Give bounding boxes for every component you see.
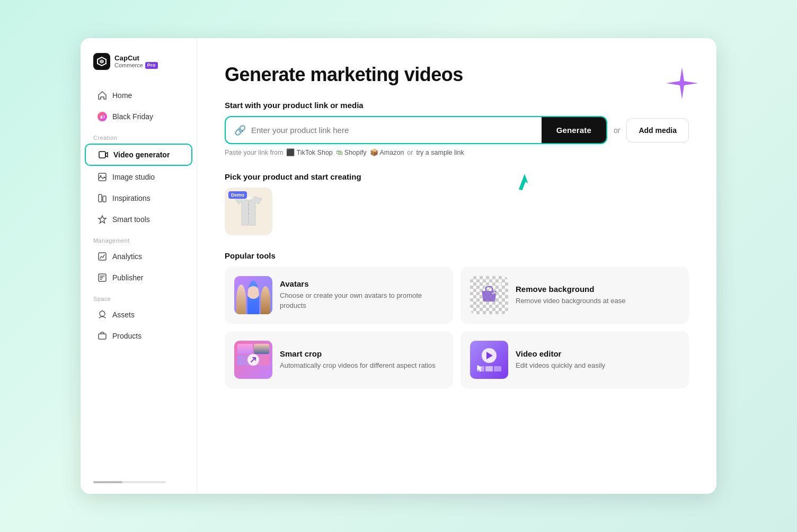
cursor-icon [476, 364, 484, 375]
smart-crop-thumb [234, 341, 272, 379]
video-editor-desc: Edit videos quickly and easily [516, 361, 605, 371]
assets-icon [98, 310, 107, 320]
play-circle [482, 348, 497, 363]
generate-button[interactable]: Generate [542, 117, 606, 143]
product-section-label: Pick your product and start creating [225, 172, 689, 181]
svg-rect-6 [99, 194, 102, 202]
sidebar-item-publisher[interactable]: Publisher [85, 268, 192, 288]
play-triangle [486, 352, 493, 359]
sidebar: CapCut Commerce Pro Home [81, 38, 197, 494]
publisher-icon [98, 273, 107, 282]
svg-rect-7 [103, 196, 106, 202]
tools-section: Popular tools Avatars [225, 251, 689, 388]
search-input-wrap: 🔗 [226, 117, 542, 143]
svg-point-14 [248, 213, 249, 214]
analytics-icon [98, 252, 107, 261]
sidebar-item-products[interactable]: Products [85, 326, 192, 346]
avatars-info: Avatars Choose or create your own avatar… [280, 279, 444, 311]
tools-grid: Avatars Choose or create your own avatar… [225, 267, 689, 388]
management-section-label: Management [81, 230, 197, 246]
svg-rect-3 [99, 152, 105, 158]
product-card-demo[interactable]: Demo [225, 188, 272, 235]
search-row: 🔗 Generate or Add media [225, 116, 689, 144]
creation-section-label: Creation [81, 127, 197, 143]
remove-bg-info: Remove background Remove video backgroun… [516, 285, 625, 306]
black-friday-icon: 🏷 [98, 112, 107, 121]
remove-bg-thumb: ✦ [470, 276, 508, 314]
sidebar-item-home-label: Home [112, 91, 132, 100]
logo-title: CapCut [114, 54, 158, 63]
search-box: 🔗 Generate [225, 116, 607, 144]
capcut-logo-icon [93, 53, 110, 70]
page-title: Generate marketing videos [225, 64, 689, 86]
sidebar-item-home[interactable]: Home [85, 85, 192, 105]
sidebar-item-video-generator[interactable]: Video generator [85, 144, 192, 166]
sidebar-item-inspirations-label: Inspirations [112, 194, 150, 202]
svg-point-12 [248, 205, 249, 206]
sidebar-item-image-studio[interactable]: Image studio [85, 167, 192, 187]
link-icon: 🔗 [234, 125, 246, 136]
sparkle-icon: ✦ [497, 280, 503, 288]
smart-crop-name: Smart crop [280, 349, 436, 358]
tool-card-avatars[interactable]: Avatars Choose or create your own avatar… [225, 267, 453, 324]
app-window: CapCut Commerce Pro Home [81, 38, 716, 494]
remove-bg-desc: Remove video backgrounds at ease [516, 296, 625, 306]
video-editor-info: Video editor Edit videos quickly and eas… [516, 349, 605, 371]
pro-badge: Pro [145, 62, 158, 69]
or-divider: or [614, 126, 620, 135]
products-icon [98, 331, 107, 341]
tool-card-remove-bg[interactable]: ✦ Remove background Remove video backgro… [461, 267, 689, 324]
main-content: Generate marketing videos Start with you… [197, 38, 716, 494]
shopify-link[interactable]: 🛍 Shopify [336, 148, 367, 156]
tiktok-shop-link[interactable]: ⬛ TikTok Shop [286, 148, 332, 156]
sidebar-item-assets-label: Assets [112, 311, 135, 319]
tool-card-video-editor[interactable]: Video editor Edit videos quickly and eas… [461, 331, 689, 388]
sidebar-item-publisher-label: Publisher [112, 273, 143, 282]
sidebar-item-black-friday[interactable]: 🏷 Black Friday [85, 107, 192, 127]
video-editor-thumb [470, 341, 508, 379]
try-sample-link[interactable]: try a sample link [416, 149, 464, 156]
logo-area: CapCut Commerce Pro [81, 53, 197, 85]
remove-bg-name: Remove background [516, 285, 625, 294]
logo-text: CapCut Commerce Pro [114, 54, 158, 69]
svg-text:🏷: 🏷 [100, 114, 105, 120]
sidebar-item-smart-tools[interactable]: Smart tools [85, 209, 192, 229]
home-icon [98, 91, 107, 100]
sidebar-item-analytics-label: Analytics [112, 252, 142, 261]
sidebar-item-analytics[interactable]: Analytics [85, 246, 192, 267]
amazon-icon: 📦 [370, 148, 378, 156]
sidebar-item-inspirations[interactable]: Inspirations [85, 188, 192, 208]
smart-crop-desc: Automatically crop videos for different … [280, 361, 436, 371]
checkerboard-bg: ✦ [470, 276, 508, 314]
logo-subtitle: Commerce Pro [114, 62, 158, 69]
inspirations-icon [98, 193, 107, 203]
shopify-icon: 🛍 [336, 148, 343, 156]
add-media-button[interactable]: Add media [626, 118, 689, 143]
sidebar-item-products-label: Products [112, 332, 141, 340]
space-section-label: Space [81, 288, 197, 304]
product-grid: Demo [225, 188, 689, 235]
avatars-name: Avatars [280, 279, 444, 288]
image-studio-icon [98, 172, 107, 182]
smart-tools-icon [98, 215, 107, 224]
sidebar-item-smart-tools-label: Smart tools [112, 215, 150, 224]
sidebar-item-image-studio-label: Image studio [112, 173, 155, 181]
product-section: Pick your product and start creating Dem… [225, 172, 689, 235]
tool-card-smart-crop[interactable]: Smart crop Automatically crop videos for… [225, 331, 453, 388]
video-generator-icon [99, 150, 108, 159]
svg-rect-8 [99, 253, 106, 260]
hint-prefix: Paste your link from [225, 149, 283, 156]
smart-crop-info: Smart crop Automatically crop videos for… [280, 349, 436, 371]
bag-icon-wrap: ✦ [477, 282, 501, 308]
hint-row: Paste your link from ⬛ TikTok Shop 🛍 Sho… [225, 148, 689, 156]
svg-point-13 [248, 209, 249, 210]
amazon-link[interactable]: 📦 Amazon [370, 148, 404, 156]
tiktok-icon: ⬛ [286, 148, 295, 156]
video-editor-name: Video editor [516, 349, 605, 358]
search-input[interactable] [251, 117, 533, 143]
sidebar-item-video-generator-label: Video generator [113, 150, 170, 159]
tools-section-label: Popular tools [225, 251, 689, 260]
sidebar-item-black-friday-label: Black Friday [112, 112, 153, 121]
avatars-desc: Choose or create your own avatars to pro… [280, 291, 444, 311]
sidebar-item-assets[interactable]: Assets [85, 305, 192, 325]
